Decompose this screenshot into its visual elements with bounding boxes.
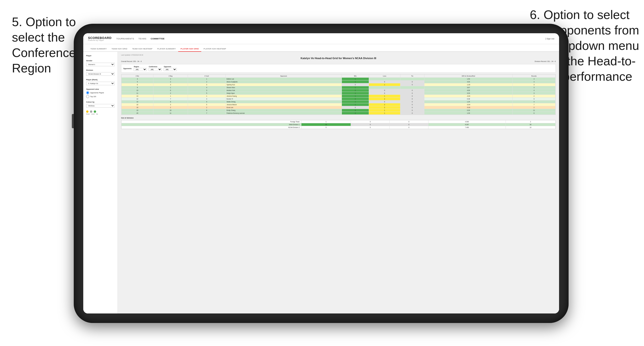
- cell-conf: 2: [188, 80, 226, 83]
- cell-rounds: 3: [513, 80, 556, 83]
- cell-rounds: 4: [513, 89, 556, 92]
- division-select[interactable]: NCAA Division III: [86, 72, 115, 76]
- cell-win: 15: [301, 123, 351, 126]
- table-body: 331 Esther Lee 1 1.504 522 Alexis Sudjia…: [122, 78, 556, 115]
- legend-down-label: Down: [86, 113, 90, 115]
- cell-reg: 10: [153, 109, 188, 112]
- cell-win: 2: [342, 89, 369, 92]
- cell-diff: 9.267: [428, 123, 506, 126]
- subnav-player-summary[interactable]: PLAYER SUMMARY: [155, 46, 178, 52]
- left-panel: Player Gender Women's Division NCAA Divi…: [83, 52, 118, 314]
- cell-diff: 3.33: [424, 92, 513, 95]
- cell-rounds: 2: [513, 106, 556, 109]
- th-opponent: Opponent: [226, 75, 342, 78]
- filter-section: Opponents: Region (All) Conference (: [121, 64, 556, 73]
- table-row: 19106 Emily Chang 410 0.3011: [122, 109, 556, 112]
- cell-div: 5: [122, 80, 154, 83]
- cell-rounds: 3: [513, 92, 556, 95]
- cell-win: 0: [342, 106, 369, 109]
- table-header-row: # Div # Reg # Conf Opponent Win Loss Tie…: [122, 75, 556, 78]
- cell-reg: 6: [153, 89, 188, 92]
- cell-tie: [400, 78, 424, 80]
- cell-reg: 2: [153, 106, 188, 109]
- legend-level-label: Level: [91, 113, 94, 115]
- panel-gender-section: Gender Women's: [86, 60, 115, 66]
- table-row: 1585 Stella Cheng 100 1.254: [122, 100, 556, 103]
- cell-name: NAIA Division 1: [122, 123, 302, 126]
- cell-reg: 3: [153, 78, 188, 80]
- cell-loss: [369, 86, 400, 89]
- cell-loss: 0: [369, 100, 400, 103]
- opponent-label: Opponent: [164, 66, 177, 67]
- cell-reg: 7: [153, 98, 188, 100]
- panel-player-rank-label: Player (Rank): [86, 79, 115, 81]
- cell-loss: 1: [369, 83, 400, 86]
- legend-up-label: Up: [96, 113, 98, 115]
- conference-select[interactable]: (All): [149, 68, 162, 71]
- th-reg: # Reg: [153, 75, 188, 78]
- cell-div: 16: [122, 103, 154, 106]
- panel-legend-section: Down Level Up: [86, 110, 115, 115]
- nav-committee[interactable]: COMMITTEE: [150, 36, 165, 41]
- legend-up-circle: [94, 110, 96, 113]
- table-row: 1474 Eunice Yi 220 0.389: [122, 98, 556, 100]
- player-rank-select[interactable]: 6. Katelyn Vo: [86, 82, 115, 85]
- cell-rounds: 6: [513, 112, 556, 115]
- region-select[interactable]: (All): [134, 68, 147, 71]
- cell-diff: -5.00: [424, 106, 513, 109]
- cell-opponent: Alexis Sudjianto: [226, 80, 342, 83]
- cell-div: 18: [122, 106, 154, 109]
- cell-win: 1: [342, 78, 369, 80]
- gender-select[interactable]: Women's: [86, 63, 115, 66]
- subnav-team-h2h-heatmap[interactable]: TEAM H2H HEATMAP: [130, 46, 155, 52]
- sub-nav: TEAM SUMMARY TEAM H2H GRID TEAM H2H HEAT…: [83, 44, 559, 52]
- cell-rounds: 2: [513, 95, 556, 98]
- subnav-team-h2h-grid[interactable]: TEAM H2H GRID: [109, 46, 130, 52]
- cell-diff: -0.94: [424, 103, 513, 106]
- panel-player-section: Player: [86, 55, 115, 57]
- table-row: NAIA Division 1 15 0 0 9.267 30: [122, 123, 556, 126]
- cell-opponent: Jessica Huang: [226, 95, 342, 98]
- cell-div: 19: [122, 109, 154, 112]
- cell-reg: 11: [153, 112, 188, 115]
- cell-opponent: Sydney Kuo: [226, 83, 342, 86]
- radio-top100[interactable]: Top 100: [86, 95, 115, 98]
- cell-loss: 0: [351, 123, 390, 126]
- opponent-select[interactable]: (All): [164, 68, 177, 71]
- cell-tie: 0: [390, 123, 428, 126]
- cell-conf: 5: [188, 100, 226, 103]
- cell-win: 1: [301, 120, 351, 123]
- cell-opponent: Stella Cheng: [226, 100, 342, 103]
- nav-teams[interactable]: TEAMS: [138, 36, 146, 41]
- tablet-shell: SCOREBOARD Powered by clippd TOURNAMENTS…: [74, 24, 568, 323]
- th-loss: Loss: [369, 75, 400, 78]
- table-row: Foreign Team 1 0 0 4.500 2: [122, 120, 556, 123]
- cell-div: 6: [122, 83, 154, 86]
- brand-logo: SCOREBOARD Powered by clippd: [88, 36, 112, 41]
- legend-level-circle: [90, 110, 92, 113]
- cell-opponent: Andrea York: [226, 89, 342, 92]
- cell-loss: 0: [351, 120, 390, 123]
- sign-out-link[interactable]: | Sign out: [545, 37, 554, 40]
- cell-reg: 8: [153, 100, 188, 103]
- brand-sub: Powered by clippd: [88, 39, 112, 41]
- cell-div: 14: [122, 98, 154, 100]
- radio-opponents-played[interactable]: Opponents Played: [86, 91, 115, 94]
- subnav-player-h2h-grid[interactable]: PLAYER H2H GRID: [178, 46, 201, 52]
- nav-tournaments[interactable]: TOURNAMENTS: [116, 36, 134, 41]
- radio-top100-input[interactable]: [86, 95, 89, 98]
- cell-diff: 1.33: [424, 112, 513, 115]
- cell-opponent: Esther Lee: [226, 78, 342, 80]
- cell-tie: 0: [400, 103, 424, 106]
- cell-conf: 1: [188, 78, 226, 80]
- panel-gender-label: Gender: [86, 60, 115, 62]
- cell-rounds: 2: [506, 120, 555, 123]
- subnav-player-h2h-heatmap[interactable]: PLAYER H2H HEATMAP: [201, 46, 228, 52]
- radio-opponents-played-input[interactable]: [86, 91, 89, 94]
- cell-div: 10: [122, 89, 154, 92]
- colour-by-select[interactable]: Win/loss: [86, 104, 115, 108]
- subnav-team-summary[interactable]: TEAM SUMMARY: [88, 46, 109, 52]
- cell-tie: 0: [390, 120, 428, 123]
- cell-reg: 2: [153, 92, 188, 95]
- cell-diff: -1.00: [424, 83, 513, 86]
